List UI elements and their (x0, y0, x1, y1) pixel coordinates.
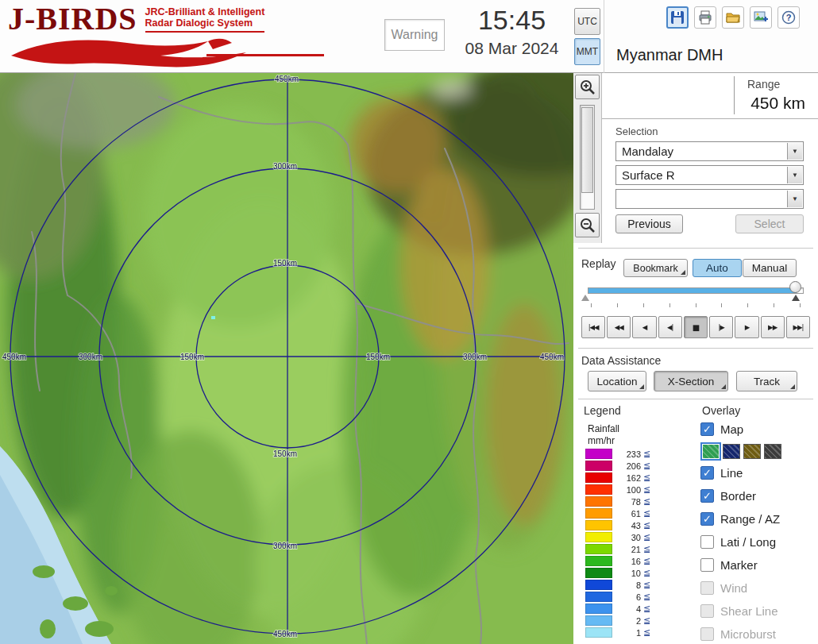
extra-dropdown[interactable]: ▼ (615, 189, 804, 209)
separator (578, 399, 813, 399)
zoom-out-button[interactable] (575, 213, 600, 237)
less-than-equal-symbol: ≦ (643, 544, 650, 554)
product-dropdown[interactable]: Surface R ▼ (615, 165, 804, 185)
checkbox[interactable] (700, 558, 714, 572)
legend-row: 100≦ (585, 484, 650, 496)
select-button[interactable]: Select (735, 214, 804, 233)
previous-button[interactable]: Previous (615, 214, 683, 233)
timeline-tick (669, 303, 670, 307)
mmt-button[interactable]: MMT (574, 38, 600, 65)
warning-indicator[interactable]: Warning (384, 19, 445, 51)
warning-label: Warning (392, 28, 438, 42)
overlay-item-border[interactable]: ✓Border (700, 484, 816, 507)
legend-color-swatch (585, 532, 612, 542)
play-reverse-button[interactable]: ◀ (632, 316, 656, 338)
less-than-equal-symbol: ≦ (643, 532, 650, 542)
legend-unit-line2: mm/hr (588, 435, 619, 447)
step-forward-button[interactable]: |▶ (709, 316, 733, 338)
overlay-item-lati-long[interactable]: Lati / Long (700, 530, 816, 553)
track-button[interactable]: Track (736, 371, 797, 391)
legend-row: 43≦ (585, 519, 650, 531)
save-button[interactable] (666, 6, 689, 29)
map-palette-olive[interactable] (743, 444, 761, 459)
timeline-ticks (591, 303, 801, 307)
chevron-down-icon[interactable]: ▼ (787, 167, 802, 183)
zoom-out-icon (579, 217, 596, 234)
legend-value: 6 (617, 592, 641, 602)
location-button[interactable]: Location (588, 371, 646, 391)
skip-end-button[interactable]: ▶▶| (786, 316, 810, 338)
fast-rewind-button[interactable]: ◀◀ (607, 316, 631, 338)
selection-label: Selection (615, 125, 658, 137)
overlay-item-line[interactable]: ✓Line (700, 461, 816, 484)
checked-checkbox[interactable]: ✓ (700, 512, 714, 526)
timeline-tick (696, 303, 696, 307)
map-palette-navy[interactable] (723, 444, 740, 459)
overlay-item-label: Map (720, 422, 743, 436)
radar-map-display[interactable]: 450km300km150km450km300km150km150km300km… (0, 73, 573, 644)
range-ring-label: 150km (273, 449, 297, 458)
zoom-slider[interactable] (580, 105, 595, 210)
overlay-item-label: Marker (720, 558, 758, 572)
separator (578, 248, 813, 249)
less-than-equal-symbol: ≦ (643, 568, 650, 578)
site-dropdown[interactable]: Mandalay ▼ (615, 141, 804, 161)
export-image-button[interactable] (750, 6, 772, 29)
legend-row: 78≦ (585, 496, 650, 507)
auto-mode-button[interactable]: Auto (693, 259, 742, 277)
app-logo: J-BIRDS JRC-Brilliant & Intelligent Rada… (8, 3, 381, 70)
legend-color-swatch (585, 544, 612, 554)
timeline-thumb[interactable] (789, 281, 801, 293)
checked-checkbox[interactable]: ✓ (700, 489, 714, 503)
bookmark-button[interactable]: Bookmark (623, 259, 688, 277)
checked-checkbox[interactable]: ✓ (700, 466, 714, 480)
checked-checkbox[interactable]: ✓ (700, 422, 714, 436)
range-label: Range (747, 78, 780, 91)
legend-row: 1≦ (585, 627, 650, 638)
open-button[interactable] (722, 6, 744, 29)
step-back-button[interactable]: ◀| (658, 316, 682, 338)
stop-button[interactable]: ■ (684, 316, 708, 338)
help-button[interactable]: ? (777, 6, 800, 29)
map-palette-green[interactable] (702, 444, 720, 459)
separator (578, 348, 813, 349)
manual-mode-button[interactable]: Manual (743, 259, 797, 277)
overlay-item-label: Microburst (720, 627, 776, 641)
help-icon: ? (781, 10, 796, 25)
timeline-track[interactable] (588, 287, 804, 294)
print-button[interactable] (694, 6, 716, 29)
x-section-button[interactable]: X-Section (654, 371, 728, 391)
checkbox (700, 627, 714, 641)
legend-color-swatch (585, 520, 612, 530)
overlay-item-marker[interactable]: Marker (700, 553, 816, 577)
range-ring-label: 300km (273, 542, 297, 550)
legend-row: 8≦ (585, 579, 650, 591)
chevron-down-icon[interactable]: ▼ (787, 143, 802, 160)
zoom-slider-thumb[interactable] (581, 107, 593, 193)
chevron-down-icon[interactable]: ▼ (787, 191, 802, 207)
timeline-tick (591, 303, 592, 307)
less-than-equal-symbol: ≦ (643, 508, 650, 519)
timeline-tick (774, 303, 774, 307)
range-ring-label: 450km (540, 353, 564, 361)
fast-forward-button[interactable]: ▶▶ (761, 316, 785, 338)
zoom-in-button[interactable] (575, 75, 600, 99)
timeline-start-marker (581, 295, 589, 301)
overlay-item-label: Range / AZ (720, 512, 780, 526)
overlay-item-map[interactable]: ✓Map (700, 418, 816, 441)
checkbox[interactable] (700, 535, 714, 549)
skip-start-button[interactable]: |◀◀ (581, 316, 605, 338)
header-right: ? Myanmar DMH (604, 0, 818, 73)
play-button[interactable]: ▶ (735, 316, 758, 338)
overlay-item-label: Lati / Long (720, 535, 776, 549)
map-palette-dark-gray[interactable] (764, 444, 781, 459)
timeline-tick (617, 303, 618, 307)
utc-button[interactable]: UTC (574, 8, 600, 35)
data-assistance-label: Data Assistance (581, 354, 661, 367)
range-divider (734, 76, 735, 114)
legend-rows: 233≦206≦162≦100≦78≦61≦43≦30≦21≦16≦10≦8≦6… (585, 448, 650, 638)
product-dropdown-value: Surface R (622, 168, 675, 182)
overlay-item-range-az[interactable]: ✓Range / AZ (700, 507, 816, 530)
less-than-equal-symbol: ≦ (643, 604, 650, 614)
clock-display: 15:45 08 Mar 2024 (454, 3, 569, 59)
